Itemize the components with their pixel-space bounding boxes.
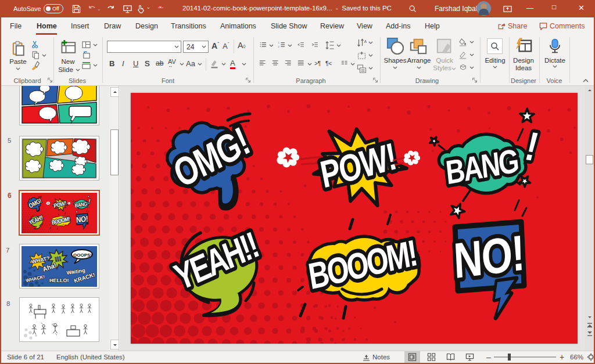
svg-text:NO!: NO! xyxy=(452,225,525,289)
svg-text:A: A xyxy=(364,39,367,44)
svg-text:1: 1 xyxy=(278,42,280,44)
svg-text:OOOPS!: OOOPS! xyxy=(73,253,92,258)
svg-text:HELLO!: HELLO! xyxy=(49,277,69,283)
svg-text:2: 2 xyxy=(278,45,280,48)
svg-text:!!!: !!! xyxy=(54,255,62,263)
